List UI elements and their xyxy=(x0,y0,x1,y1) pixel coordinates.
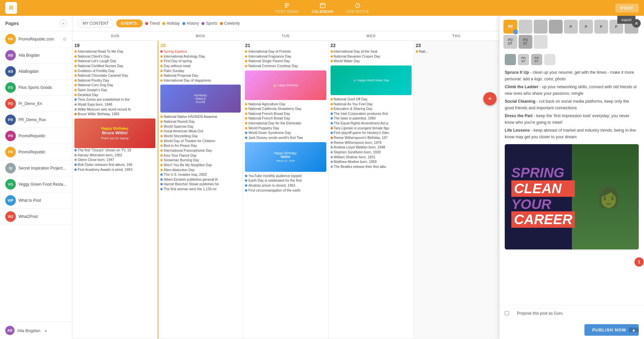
calendar-event[interactable]: Earth Day is celebrated for the first xyxy=(245,178,326,183)
calendar-event[interactable]: The Beatles release their first albu xyxy=(331,165,412,169)
calendar-event[interactable]: Great American Meat-Out xyxy=(160,129,241,134)
spring-clean-image[interactable]: 👩 SPRING CLEAN YOUR CAREER xyxy=(505,144,639,249)
calendar-event[interactable]: National As You Feel Day xyxy=(331,102,412,107)
gear-icon[interactable]: ⚙ xyxy=(63,37,67,42)
publish-dropdown-arrow[interactable]: ▲ xyxy=(629,327,639,332)
calendar-event[interactable]: Jack Dorsey sends world's first Twe xyxy=(245,136,326,140)
calendar-event[interactable]: Matthew Modine born, 1959 xyxy=(331,160,412,164)
filter-sports[interactable]: Sports xyxy=(201,21,217,26)
calendar-event[interactable]: World Sparrow Day xyxy=(160,124,241,129)
calendar-event[interactable]: World Day of Theatre for Children xyxy=(160,139,241,143)
calendar-event[interactable]: National Agriculture Day xyxy=(245,102,326,107)
calendar-event[interactable]: The Equal Rights Amendment Act p xyxy=(331,121,412,126)
calendar-event[interactable]: International Francophonie Day xyxy=(160,148,241,153)
add-page-button[interactable]: + xyxy=(60,20,67,27)
calendar-event[interactable]: Willie Mosconi sets world record fo xyxy=(74,107,155,112)
calendar-event[interactable]: William Shatner born, 1931 xyxy=(331,155,412,160)
calendar-event[interactable]: Harriet Beecher Stowe publishes he xyxy=(160,182,241,187)
calendar-event[interactable]: National French Bread Day xyxy=(245,112,326,116)
nav-statistics[interactable]: STATISTICS xyxy=(347,2,369,13)
calendar-event[interactable]: Deskfast Day xyxy=(74,93,155,97)
sidebar-item-veggy[interactable]: VG Veggy Green Food Resta... xyxy=(0,176,72,193)
sidebar-user[interactable]: AB Alla Bogdan ▲ xyxy=(0,322,72,339)
calendar-event[interactable]: National Client's Day xyxy=(74,54,155,59)
filter-celebrity[interactable]: Celebrity xyxy=(220,21,240,26)
calendar-event[interactable]: World Puppetry Day xyxy=(245,126,326,131)
filter-holiday[interactable]: Holiday xyxy=(162,21,180,26)
sidebar-item-prdemo-en[interactable]: PD Pr_Demo_En xyxy=(0,96,72,112)
calendar-event[interactable]: Alien Abduction Day xyxy=(160,168,241,172)
calendar-event[interactable]: Stephen Sondheim born, 1930 xyxy=(331,150,412,155)
calendar-event[interactable]: Time Zones are established in the xyxy=(74,97,155,102)
nav-calendar[interactable]: CALENDAR xyxy=(312,2,334,13)
calendar-event[interactable]: YouTube monthly audience topped xyxy=(245,174,326,178)
panel-avatar-small[interactable]: POST xyxy=(531,54,542,65)
calendar-event[interactable]: Albert Einstein publishes general th xyxy=(160,177,241,182)
calendar-event[interactable]: Wyatt Earp born, 1848 xyxy=(74,102,155,107)
calendar-event[interactable]: National Single Parent Day xyxy=(245,59,326,64)
calendar-event[interactable]: Harvey Weinstein born, 1952 xyxy=(74,153,155,158)
calendar-event[interactable]: World Storytelling Day xyxy=(160,134,241,139)
calendar-event[interactable]: National Proposal Day xyxy=(160,73,241,78)
calendar-event[interactable]: First playoff game for Hockey's Stan xyxy=(331,131,412,135)
panel-avatar-small[interactable] xyxy=(544,54,555,65)
calendar-event[interactable]: National French Bread Day xyxy=(245,116,326,121)
calendar-event[interactable]: Bed-in-for-Peace Day xyxy=(160,143,241,148)
calendar-event[interactable]: Goddess of Fertility Day xyxy=(74,69,155,73)
calendar-event[interactable]: National Bavarian Crepes Day xyxy=(331,54,412,59)
calendar-event[interactable]: National California Strawberry Day xyxy=(245,107,326,111)
calendar-event[interactable]: International Astrology Day xyxy=(160,54,241,59)
birthday-image[interactable]: 🎂 Happy Birthday! xyxy=(245,70,326,100)
filter-trend[interactable]: Trend xyxy=(145,21,160,26)
calendar-event[interactable]: Glenn Close born, 1947 xyxy=(74,158,155,162)
calendar-event[interactable]: Tara Lipinski is youngest female figu xyxy=(331,126,412,131)
calendar-event[interactable]: The laser is patented, 1960 xyxy=(331,116,412,121)
twitter-birthday-image[interactable]: Happy Birthday,twitterMarch 21, 2006 xyxy=(245,142,326,172)
calendar-event[interactable]: The U.S. invades Iraq, 2003 xyxy=(160,172,241,177)
sidebar-item-allabogdan[interactable]: AB AllaBogdan xyxy=(0,64,72,80)
calendar-event[interactable]: Day without meat xyxy=(160,64,241,68)
sidebar-item-promorepcublic-fb[interactable]: PR PromoRepublic xyxy=(0,144,72,160)
my-content-tab[interactable]: MY CONTENT xyxy=(78,19,114,28)
calendar-event[interactable]: Spring Equinox xyxy=(160,49,241,54)
calendar-event[interactable]: Won't You Be My Neighbor Day xyxy=(160,163,241,168)
calendar-event[interactable]: National Let's Laugh Day xyxy=(74,59,155,64)
calendar-event[interactable]: Snowman Burning Day xyxy=(160,158,241,163)
calendar-event[interactable]: First circumnavigation of the earth xyxy=(245,188,326,193)
hashtag-image[interactable]: #SPRING#SMILE#LOVE xyxy=(160,85,241,113)
sidebar-item-promorepcublic-ig[interactable]: PR PromoRepublic xyxy=(0,128,72,144)
calendar-event[interactable]: Palm Sunday xyxy=(160,69,241,73)
panel-avatar[interactable] xyxy=(534,35,548,49)
calendar-event[interactable]: International Fragrance Day xyxy=(245,54,326,59)
calendar-event[interactable]: National Native HIV/AIDS Awarene xyxy=(160,115,241,119)
calendar-event[interactable]: First Academy Awads is aired, 1953 xyxy=(74,168,155,172)
panel-avatar[interactable] xyxy=(519,20,532,34)
fab-add-button[interactable]: + xyxy=(483,92,496,105)
filter-history[interactable]: History xyxy=(182,21,199,26)
calendar-event[interactable]: The first woman wins the 1,135-mi xyxy=(160,187,241,192)
panel-avatar[interactable]: POST xyxy=(519,35,532,49)
calendar-event[interactable]: International Day of the Seal xyxy=(331,49,412,54)
calendar-event[interactable]: The Intel Corporation produces first xyxy=(331,112,412,116)
notification-badge[interactable]: 1 xyxy=(634,257,644,267)
calendar-event[interactable]: National Poultry Day xyxy=(74,78,155,83)
events-tab[interactable]: EVENTS: xyxy=(116,19,143,27)
sidebar-item-alla-bogdan[interactable]: AB Alla Bogdan xyxy=(0,47,72,64)
sidebar-item-what2post[interactable]: W2 What2Post xyxy=(0,209,72,225)
calendar-event[interactable]: The first "Oscars" shown on TV, 19 xyxy=(74,148,155,153)
panel-avatar[interactable]: P xyxy=(594,20,608,34)
calendar-event[interactable]: International Day of Happiness xyxy=(160,78,241,83)
calendar-event[interactable]: International Day of Forests xyxy=(245,49,326,54)
panel-avatar[interactable]: P xyxy=(579,20,593,34)
sidebar-item-promorepcublic-com[interactable]: PR PromoRepublic.com ⚙ xyxy=(0,31,72,47)
calendar-event[interactable]: National Chocolate Caramel Day xyxy=(74,73,155,78)
calendar-event[interactable]: Education & Sharing Day xyxy=(331,107,412,111)
calendar-event[interactable]: International Read To Me Day xyxy=(74,49,155,54)
calendar-event[interactable]: National Certified Nurses Day xyxy=(74,64,155,68)
calendar-event[interactable]: National Corn Dog Day xyxy=(74,83,155,88)
panel-avatar-small[interactable]: POST xyxy=(518,54,529,65)
panel-avatar[interactable] xyxy=(534,20,548,34)
sidebar-item-secret[interactable]: SI Secret Inspiration Project... xyxy=(0,160,72,176)
calendar-event[interactable]: Kiss Your Fiancé Day xyxy=(160,153,241,158)
calendar-event[interactable]: Saint Joseph's Day xyxy=(74,88,155,92)
